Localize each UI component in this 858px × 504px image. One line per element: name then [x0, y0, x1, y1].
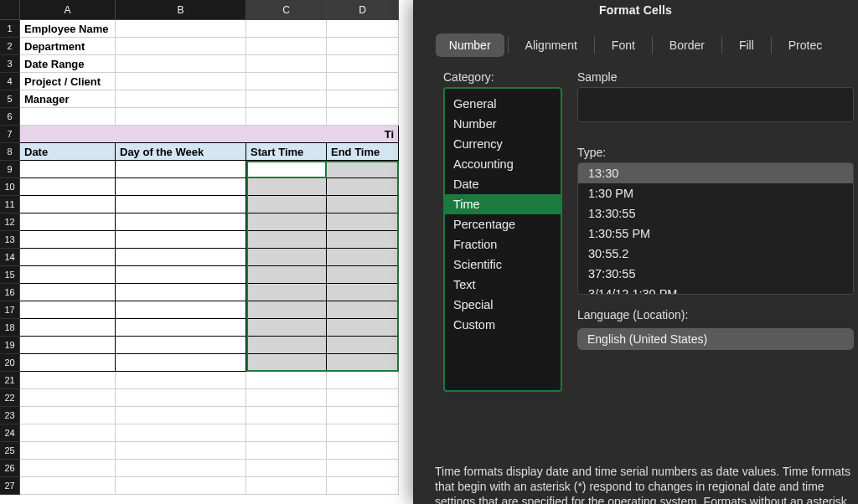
cell-a2[interactable]: Department: [20, 38, 116, 55]
row-header[interactable]: 23: [0, 407, 20, 424]
row-header[interactable]: 12: [0, 213, 20, 231]
cell-c14[interactable]: [246, 249, 327, 266]
cell-c1[interactable]: [246, 20, 327, 38]
cell-b16[interactable]: [116, 284, 246, 301]
row-header[interactable]: 10: [0, 178, 20, 196]
row-header[interactable]: 26: [0, 460, 20, 477]
cell-c16[interactable]: [246, 284, 327, 301]
cell[interactable]: [20, 477, 116, 495]
cell-c15[interactable]: [246, 266, 327, 284]
cell[interactable]: [246, 424, 327, 442]
cell-a3[interactable]: Date Range: [20, 55, 116, 73]
row-header[interactable]: 2: [0, 38, 20, 55]
col-header-c[interactable]: C: [246, 0, 327, 20]
cell-b19[interactable]: [116, 337, 246, 354]
tab-border[interactable]: Border: [656, 33, 718, 57]
cell-a1[interactable]: Employee Name: [20, 20, 116, 38]
category-scientific[interactable]: Scientific: [445, 255, 561, 275]
cell-b6[interactable]: [116, 108, 246, 126]
cell-c2[interactable]: [246, 38, 327, 55]
cell[interactable]: [20, 424, 116, 442]
category-number[interactable]: Number: [445, 114, 561, 134]
cell[interactable]: [116, 389, 246, 407]
cell[interactable]: [327, 442, 399, 460]
row-header[interactable]: 3: [0, 55, 20, 73]
cell-row7-title[interactable]: Ti: [20, 126, 399, 143]
row-header[interactable]: 20: [0, 354, 20, 372]
cell-a16[interactable]: [20, 284, 116, 301]
row-header[interactable]: 14: [0, 249, 20, 266]
type-item[interactable]: 30:55.2: [578, 244, 853, 264]
row-header[interactable]: 13: [0, 231, 20, 249]
cell-d2[interactable]: [327, 38, 399, 55]
row-header[interactable]: 7: [0, 126, 20, 143]
row-header[interactable]: 8: [0, 143, 20, 161]
category-list[interactable]: General Number Currency Accounting Date …: [443, 87, 562, 392]
category-custom[interactable]: Custom: [445, 315, 561, 335]
category-accounting[interactable]: Accounting: [445, 154, 561, 174]
col-header-a[interactable]: A: [20, 0, 116, 20]
cell-d5[interactable]: [327, 90, 399, 108]
category-fraction[interactable]: Fraction: [445, 234, 561, 255]
cell-d8[interactable]: End Time: [327, 143, 399, 161]
cell-a12[interactable]: [20, 213, 116, 231]
cell[interactable]: [327, 389, 399, 407]
row-header[interactable]: 19: [0, 337, 20, 354]
cell-a18[interactable]: [20, 319, 116, 337]
cell-d11[interactable]: [327, 196, 399, 213]
type-item[interactable]: 3/14/12 1:30 PM: [578, 284, 853, 295]
cell-c10[interactable]: [246, 178, 327, 196]
cell[interactable]: [20, 460, 116, 477]
spreadsheet[interactable]: A B C D 1 Employee Name 2 Department 3: [0, 0, 419, 504]
cell-b11[interactable]: [116, 196, 246, 213]
cell[interactable]: [116, 460, 246, 477]
tab-alignment[interactable]: Alignment: [512, 33, 591, 57]
cell-c17[interactable]: [246, 301, 327, 319]
cell[interactable]: [20, 372, 116, 389]
cell[interactable]: [20, 389, 116, 407]
tab-number[interactable]: Number: [436, 33, 504, 57]
row-header[interactable]: 18: [0, 319, 20, 337]
cell-c20[interactable]: [246, 354, 327, 372]
row-header[interactable]: 1: [0, 20, 20, 38]
cell[interactable]: [20, 442, 116, 460]
cell-a9[interactable]: [20, 161, 116, 178]
type-item[interactable]: 13:30:55: [578, 203, 853, 224]
cell-c3[interactable]: [246, 55, 327, 73]
cell-c4[interactable]: [246, 73, 327, 90]
cell[interactable]: [116, 372, 246, 389]
tab-protection[interactable]: Protec: [775, 33, 835, 57]
cell-c18[interactable]: [246, 319, 327, 337]
tab-fill[interactable]: Fill: [726, 33, 768, 57]
cell-b9[interactable]: [116, 161, 246, 178]
cell-b5[interactable]: [116, 90, 246, 108]
col-header-b[interactable]: B: [116, 0, 246, 20]
cell-c11[interactable]: [246, 196, 327, 213]
cell-c6[interactable]: [246, 108, 327, 126]
row-header[interactable]: 11: [0, 196, 20, 213]
row-header[interactable]: 6: [0, 108, 20, 126]
row-header[interactable]: 21: [0, 372, 20, 389]
cell-d20[interactable]: [327, 354, 399, 372]
select-all-corner[interactable]: [0, 0, 20, 20]
cell-d15[interactable]: [327, 266, 399, 284]
type-item[interactable]: 1:30:55 PM: [578, 224, 853, 244]
row-header[interactable]: 27: [0, 477, 20, 495]
type-item[interactable]: 1:30 PM: [578, 183, 853, 203]
row-header[interactable]: 5: [0, 90, 20, 108]
cell-a4[interactable]: Project / Client: [20, 73, 116, 90]
cell-b20[interactable]: [116, 354, 246, 372]
cell-a14[interactable]: [20, 249, 116, 266]
cell-b8[interactable]: Day of the Week: [116, 143, 246, 161]
type-item[interactable]: 37:30:55: [578, 264, 853, 284]
row-header[interactable]: 22: [0, 389, 20, 407]
cell[interactable]: [246, 442, 327, 460]
type-item[interactable]: 13:30: [578, 163, 853, 183]
category-time[interactable]: Time: [445, 194, 561, 214]
cell[interactable]: [116, 442, 246, 460]
cell-a6[interactable]: [20, 108, 116, 126]
cell-d17[interactable]: [327, 301, 399, 319]
cell[interactable]: [116, 407, 246, 424]
cell-d3[interactable]: [327, 55, 399, 73]
tab-font[interactable]: Font: [598, 33, 649, 57]
